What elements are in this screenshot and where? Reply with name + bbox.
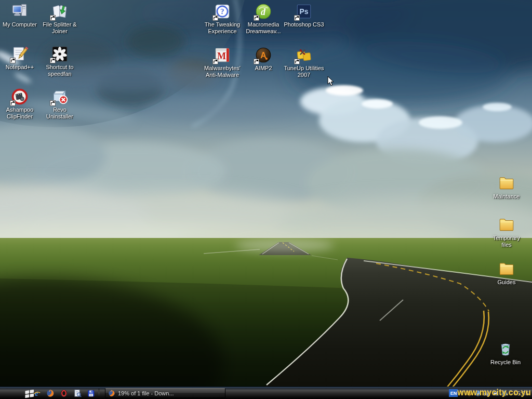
- firefox-icon: [46, 389, 55, 397]
- tuneup-icon: [295, 45, 313, 64]
- shortcut-arrow-icon: [10, 58, 16, 63]
- icon-label: Guides: [498, 279, 516, 286]
- icon-label: Recycle Bin: [490, 359, 521, 366]
- desktop-icon-my-computer[interactable]: My Computer: [0, 1, 39, 28]
- fan-icon: [51, 44, 69, 63]
- svg-text:?: ?: [220, 7, 224, 16]
- quicklaunch-firefox[interactable]: [46, 389, 55, 398]
- shortcut-arrow-icon: [254, 59, 259, 64]
- language-indicator[interactable]: EN: [449, 389, 458, 397]
- svg-text:Ps: Ps: [300, 7, 309, 16]
- icon-label: Notepad++: [6, 64, 34, 71]
- desktop-icon-the-tweaking-experience[interactable]: ? The Tweaking Experience: [201, 1, 244, 35]
- icon-label: The Tweaking Experience: [201, 21, 244, 35]
- desktop-icon-photoshop-cs3[interactable]: Ps Photoshop CS3: [281, 1, 327, 28]
- revo-box-icon: [51, 86, 69, 105]
- book-split-icon: [51, 1, 69, 20]
- taskbar: e 19% of 1 file - Down... EN 16:55: [0, 387, 532, 399]
- doc-magnifier-icon: [73, 389, 82, 397]
- desktop-icon-maintance[interactable]: Maintance: [486, 173, 527, 200]
- folder-icon: [498, 215, 515, 234]
- shortcut-arrow-icon: [10, 100, 16, 106]
- icon-label: Macromedia Dreamweav...: [243, 21, 284, 35]
- desktop-icon-malwarebytes-anti-malware[interactable]: M Malwarebytes' Anti-Malware: [201, 45, 244, 78]
- question-badge-icon: ?: [214, 1, 231, 20]
- desktop[interactable]: My Computer File Splitter & Joiner Notep…: [0, 0, 532, 399]
- quick-launch-bar: e: [32, 387, 96, 399]
- desktop-icon-revo-uninstaller[interactable]: Revo Uninstaller: [40, 86, 79, 120]
- svg-text:d: d: [261, 7, 266, 17]
- desktop-icon-recycle-bin[interactable]: Recycle Bin: [485, 339, 526, 366]
- desktop-icon-aimp2[interactable]: A AIMP2: [244, 45, 283, 72]
- clipfinder-icon: [11, 86, 29, 105]
- aimp-icon: A: [255, 45, 272, 64]
- dreamweaver-icon: d: [255, 1, 272, 20]
- desktop-icon-guides[interactable]: Guides: [487, 259, 526, 286]
- icon-label: Photoshop CS3: [284, 21, 324, 28]
- shortcut-arrow-icon: [254, 15, 259, 21]
- shortcut-arrow-icon: [212, 59, 218, 64]
- quicklaunch-document-magnifier[interactable]: [73, 389, 82, 398]
- ie-icon: e: [33, 389, 41, 397]
- icon-label: AIMP2: [255, 65, 272, 72]
- folder-icon: [498, 173, 515, 192]
- desktop-icon-notepad-plus-plus[interactable]: Notepad++: [0, 44, 39, 71]
- icon-label: My Computer: [3, 21, 37, 28]
- desktop-icon-macromedia-dreamweaver[interactable]: d Macromedia Dreamweav...: [243, 1, 284, 35]
- folder-icon: [498, 259, 515, 278]
- watermark: www.mycity.co.yu: [457, 388, 531, 397]
- task-button-download[interactable]: 19% of 1 file - Down...: [105, 388, 225, 398]
- shortcut-arrow-icon: [294, 15, 300, 21]
- recycle-bin-icon: [497, 339, 514, 358]
- desktop-icon-shortcut-to-speedfan[interactable]: Shortcut to speedfan: [40, 44, 79, 77]
- shortcut-arrow-icon: [50, 100, 56, 106]
- icon-label: Revo Uninstaller: [40, 107, 79, 120]
- shortcut-arrow-icon: [294, 59, 300, 64]
- taskbar-separator: [99, 389, 99, 397]
- svg-text:M: M: [217, 51, 226, 61]
- icon-label: TuneUp Utilities 2007: [280, 65, 328, 78]
- shortcut-arrow-icon: [50, 58, 56, 63]
- icon-label: File Splitter & Joiner: [39, 21, 81, 35]
- notepad-pencil-icon: [11, 44, 29, 63]
- firefox-icon: [108, 390, 115, 397]
- desktop-icon-temporary-files[interactable]: Temporary files: [488, 215, 525, 248]
- icon-label: Temporary files: [488, 235, 525, 248]
- quicklaunch-opera[interactable]: [59, 389, 69, 398]
- photoshop-icon: Ps: [295, 1, 313, 20]
- mouse-cursor: [327, 76, 334, 88]
- desktop-icon-tuneup-utilities-2007[interactable]: TuneUp Utilities 2007: [280, 45, 328, 78]
- icon-label: Ashampoo ClipFinder: [0, 107, 39, 120]
- desktop-icon-file-splitter-joiner[interactable]: File Splitter & Joiner: [39, 1, 81, 35]
- icon-label: Shortcut to speedfan: [40, 64, 79, 77]
- task-button-label: 19% of 1 file - Down...: [118, 390, 174, 396]
- svg-text:e: e: [35, 389, 38, 397]
- icon-label: Malwarebytes' Anti-Malware: [201, 65, 244, 78]
- quicklaunch-floppy-save[interactable]: [86, 389, 96, 398]
- malwarebytes-icon: M: [214, 45, 231, 64]
- my-computer-icon: [11, 1, 29, 20]
- desktop-icon-ashampoo-clipfinder[interactable]: Ashampoo ClipFinder: [0, 86, 39, 120]
- opera-icon: [60, 389, 68, 397]
- shortcut-arrow-icon: [212, 15, 218, 21]
- icon-label: Maintance: [494, 193, 520, 200]
- shortcut-arrow-icon: [50, 15, 56, 21]
- floppy-icon: [87, 389, 95, 397]
- quicklaunch-internet-explorer[interactable]: e: [32, 389, 42, 398]
